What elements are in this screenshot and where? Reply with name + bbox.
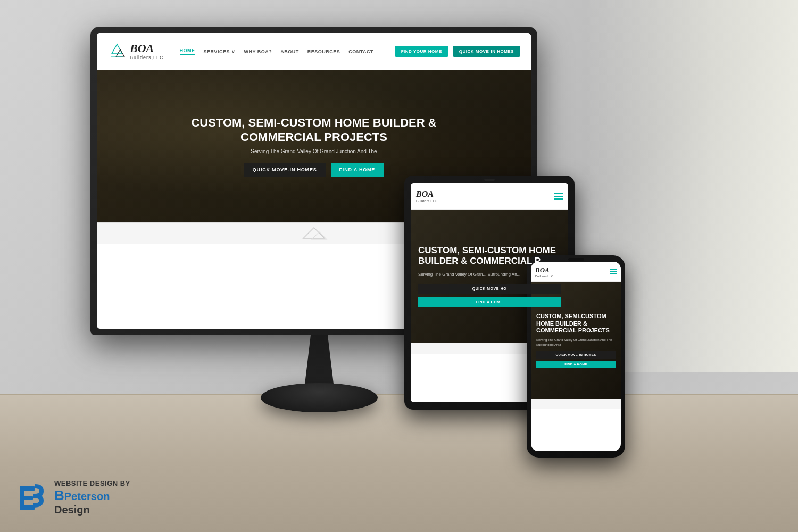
phone-ham-line-2 (610, 271, 617, 272)
hero-find-home-button[interactable]: FIND A HOME (331, 163, 384, 177)
tablet-find-home-btn[interactable]: FIND A HOME (418, 297, 561, 307)
svg-rect-7 (20, 486, 35, 491)
watermark-design-text: Design (54, 504, 130, 516)
tablet-hero-title: CUSTOM, SEMI-CUSTOM HOME BUILDER & COMME… (418, 245, 561, 267)
phone-camera (568, 258, 584, 261)
watermark-bp-text: B (54, 487, 64, 503)
find-your-home-button[interactable]: FIND YOUR HOME (395, 46, 448, 57)
svg-marker-0 (112, 44, 122, 54)
site-navigation: BOA Builders,LLC HOME SERVICES ∨ WHY BOA… (97, 33, 531, 70)
quick-move-in-button[interactable]: QUICK MOVE-IN HOMES (453, 46, 520, 57)
hero-buttons: QUICK MOVE-IN HOMES FIND A HOME (244, 163, 384, 177)
nav-about[interactable]: ABOUT (280, 49, 299, 54)
phone-find-home-btn[interactable]: FIND A HOME (536, 361, 616, 368)
nav-cta-buttons: FIND YOUR HOME QUICK MOVE-IN HOMES (395, 46, 520, 57)
logo-builders-text: Builders,LLC (130, 55, 164, 61)
watermark-name-line: BPeterson (54, 487, 130, 504)
watermark-website-design-text: WEBSITE DESIGN BY (54, 479, 130, 487)
phone-quick-move-btn[interactable]: QUICK MOVE-IN HOMES (536, 351, 616, 359)
tablet-logo: BOA Builders,LLC (416, 189, 437, 203)
phone-footer-strip (531, 399, 621, 409)
site-logo: BOA Builders,LLC (107, 42, 164, 61)
nav-why-boa[interactable]: WHY BOA? (244, 49, 272, 54)
watermark-peterson-text: Peterson (64, 491, 110, 502)
tablet-camera (484, 179, 495, 181)
tablet-hero-subtitle: Serving The Grand Valley Of Gran... Surr… (418, 271, 520, 277)
phone-ham-line-3 (610, 273, 617, 274)
svg-marker-3 (303, 228, 325, 238)
logo-boa-text: BOA (130, 42, 164, 55)
tablet-logo-boa: BOA (416, 189, 437, 199)
phone-logo-builders: Builders,LLC (535, 275, 553, 278)
hero-quick-move-in-button[interactable]: QUICK MOVE-IN HOMES (244, 163, 326, 177)
nav-links: HOME SERVICES ∨ WHY BOA? ABOUT RESOURCES… (180, 48, 395, 55)
phone-ham-line-1 (610, 269, 617, 270)
monitor-stand-neck (298, 335, 340, 388)
watermark-text: WEBSITE DESIGN BY BPeterson Design (54, 479, 130, 516)
svg-rect-8 (20, 496, 33, 500)
phone-logo-boa: BOA (535, 266, 553, 275)
hamburger-line-3 (554, 198, 563, 200)
bp-design-logo-icon (16, 482, 48, 514)
logo-text-block: BOA Builders,LLC (130, 42, 164, 60)
tablet-navigation: BOA Builders,LLC (411, 183, 568, 210)
hamburger-line-1 (554, 193, 563, 194)
boa-logo-icon (107, 42, 127, 61)
phone-hero-title: CUSTOM, SEMI-CUSTOM HOME BUILDER & COMME… (536, 313, 616, 335)
nav-services[interactable]: SERVICES ∨ (204, 49, 236, 54)
tablet-quick-move-btn[interactable]: QUICK MOVE-HO (418, 284, 561, 294)
tablet-menu-icon[interactable] (554, 193, 563, 200)
nav-contact[interactable]: CONTACT (348, 49, 373, 54)
monitor-stand-base (261, 383, 378, 412)
phone-logo: BOA Builders,LLC (535, 266, 553, 278)
phone-menu-icon[interactable] (610, 269, 617, 274)
watermark: WEBSITE DESIGN BY BPeterson Design (16, 479, 130, 516)
nav-resources[interactable]: RESOURCES (307, 49, 340, 54)
hero-subtitle: Serving The Grand Valley Of Grand Juncti… (251, 148, 377, 154)
phone-hero-subtitle: Serving The Grand Valley Of Grand Juncti… (536, 338, 616, 347)
hamburger-line-2 (554, 196, 563, 197)
hero-title: CUSTOM, SEMI-CUSTOM HOME BUILDER & COMME… (181, 116, 447, 144)
tablet-logo-builders: Builders,LLC (416, 199, 437, 203)
svg-rect-9 (20, 505, 35, 510)
nav-home[interactable]: HOME (180, 48, 195, 55)
footer-mountain-icon (298, 226, 330, 242)
